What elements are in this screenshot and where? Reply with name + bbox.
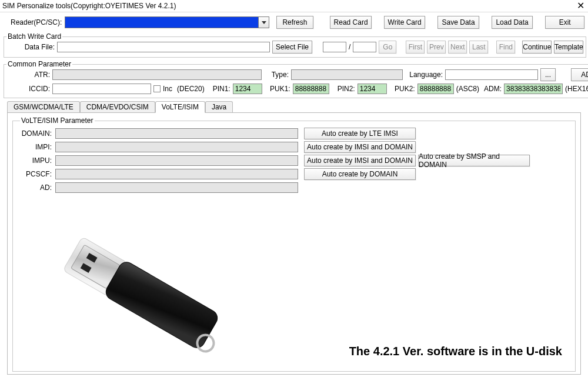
tab-java[interactable]: Java [205,101,233,113]
exit-button[interactable]: Exit [545,16,584,29]
window-title: SIM Personalize tools(Copyright:OYEITIME… [2,2,176,10]
batch-index-input[interactable] [323,42,346,52]
iccid-input[interactable] [52,84,151,94]
first-button[interactable]: First [406,41,425,54]
next-button[interactable]: Next [448,41,467,54]
puk2-input[interactable] [417,84,454,94]
hex168-suffix: (HEX16/8) [565,85,588,93]
prev-button[interactable]: Prev [427,41,446,54]
atr-input[interactable] [52,69,262,80]
type-label: Type: [264,71,289,79]
volte-legend: VoLTE/ISIM Parameter [20,116,95,125]
puk2-label: PUK2: [389,85,415,93]
read-card-button[interactable]: Read Card [330,16,371,29]
auto-create-domain-button[interactable]: Auto create by DOMAIN [304,168,416,180]
pcscf-input[interactable] [55,169,298,179]
svg-marker-0 [262,21,266,24]
language-label: Language: [405,71,443,79]
iccid-label: ICCID: [6,85,50,93]
usb-drive-icon [48,231,242,366]
impu-label: IMPU: [16,156,52,165]
dropdown-arrow-icon[interactable] [258,17,269,28]
common-legend: Common Parameter [6,60,72,68]
reader-label: Reader(PC/SC): [11,18,61,26]
go-button[interactable]: Go [379,41,396,54]
ad-label: AD: [16,184,52,192]
type-input[interactable] [291,69,403,80]
auto-create-imsi-domain-button[interactable]: Auto create by IMSI and DOMAIN [304,141,416,153]
auto-create-imsi-domain2-button[interactable]: Auto create by IMSI and DOMAIN [304,155,416,166]
auto-create-smsp-domain-button[interactable]: Auto create by SMSP and DOMAIN [418,155,530,166]
reader-select[interactable] [65,16,269,28]
refresh-button[interactable]: Refresh [276,16,313,29]
data-file-label: Data File: [6,43,55,51]
svg-rect-5 [103,259,220,351]
batch-total-input[interactable] [353,42,376,52]
auto-create-lte-imsi-button[interactable]: Auto create by LTE IMSI [304,128,416,139]
volte-parameter-group: VoLTE/ISIM Parameter DOMAIN: Auto create… [12,116,576,372]
impu-input[interactable] [55,155,298,166]
data-file-input[interactable] [57,42,270,52]
puk1-label: PUK1: [265,85,290,93]
last-button[interactable]: Last [469,41,488,54]
write-card-button[interactable]: Write Card [384,16,425,29]
continue-button[interactable]: Continue [522,41,552,54]
domain-label: DOMAIN: [16,129,52,138]
adm-label: ADM: [482,85,502,93]
caption-text: The 4.2.1 Ver. software is in the U-disk [349,345,562,358]
adm-input[interactable] [504,84,563,94]
ad-input[interactable] [55,182,298,193]
pin2-label: PIN2: [332,85,355,93]
load-data-button[interactable]: Load Data [492,16,533,29]
atr-label: ATR: [6,71,50,79]
tab-gsm[interactable]: GSM/WCDMA/LTE [7,101,80,113]
pcscf-label: PCSCF: [16,170,52,178]
inc-label: Inc [163,85,172,93]
impi-label: IMPI: [16,143,52,151]
select-file-button[interactable]: Select File [272,41,312,54]
reader-row: Reader(PC/SC): Refresh Read Card Write C… [0,12,588,32]
close-icon[interactable]: ✕ [577,2,584,10]
pin1-label: PIN1: [207,85,230,93]
inc-checkbox[interactable] [153,85,161,92]
batch-slash: / [349,43,350,51]
titlebar: SIM Personalize tools(Copyright:OYEITIME… [0,0,588,12]
puk1-input[interactable] [293,84,329,94]
language-browse-button[interactable]: ... [540,68,556,81]
tab-bar: GSM/WCDMA/LTE CDMA/EVDO/CSIM VoLTE/ISIM … [7,101,588,112]
tab-volte[interactable]: VoLTE/ISIM [155,101,205,113]
template-button[interactable]: Template [554,41,583,54]
dec20-suffix: (DEC20) [177,85,205,93]
save-data-button[interactable]: Save Data [437,16,479,29]
tab-cdma[interactable]: CDMA/EVDO/CSIM [80,101,155,113]
language-input[interactable] [445,69,538,80]
tab-panel: VoLTE/ISIM Parameter DOMAIN: Auto create… [7,112,581,375]
domain-input[interactable] [55,128,298,139]
usb-drive-illustration [48,231,242,366]
batch-write-card-group: Batch Write Card Data File: Select File … [4,32,586,58]
pin1-input[interactable] [233,84,262,94]
adn-button[interactable]: ADN [571,68,588,81]
batch-legend: Batch Write Card [6,32,62,41]
asc8-suffix: (ASC8) [456,85,479,93]
common-parameter-group: Common Parameter ATR: Type: Language: ..… [4,60,588,98]
find-button[interactable]: Find [496,41,515,54]
impi-input[interactable] [55,142,298,152]
pin2-input[interactable] [358,84,387,94]
